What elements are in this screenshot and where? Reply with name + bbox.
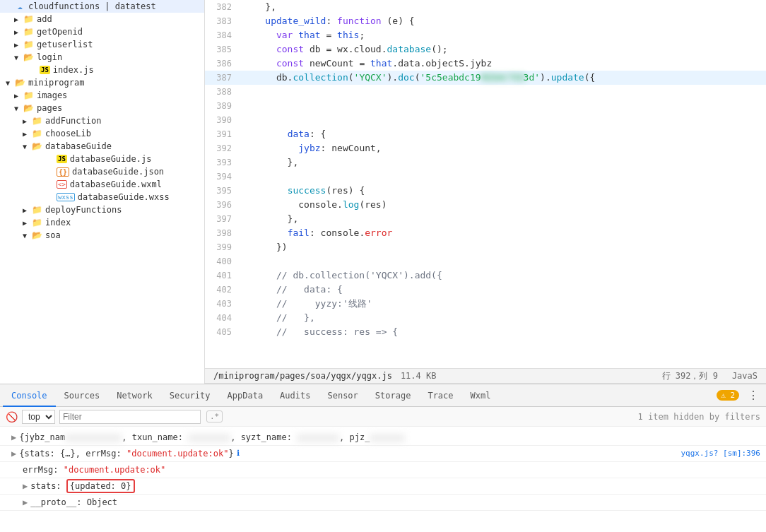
chevron-right-icon (14, 41, 23, 49)
code-line-400: 400 (205, 254, 766, 268)
code-line-404: 404 // }, (205, 311, 766, 325)
folder-icon: 📁 (31, 205, 42, 215)
tab-console[interactable]: Console (3, 384, 56, 407)
console-filter-input[interactable] (59, 410, 201, 424)
sidebar-item-index[interactable]: 📁 index (0, 216, 204, 229)
tab-network[interactable]: Network (108, 384, 161, 407)
folder-open-icon: 📂 (23, 103, 34, 113)
sidebar-label-getOpenid: getOpenid (37, 27, 83, 37)
chevron-right-icon (23, 130, 31, 138)
sidebar-label-databaseGuide: databaseGuide (45, 141, 112, 151)
code-line-391: 391 data: { (205, 127, 766, 141)
tab-trace[interactable]: Trace (419, 384, 461, 407)
sidebar-item-pages[interactable]: 📂 pages (0, 102, 204, 114)
chevron-right-icon (14, 28, 23, 36)
devtools-panel: Console Sources Network Security AppData… (0, 384, 766, 532)
js-file-icon: JS (57, 155, 67, 163)
chevron-right-icon (23, 206, 31, 214)
console-output[interactable]: ▶ {jybz_nam, txun_name: , syzt_name: , p… (0, 427, 766, 532)
console-text-2a: errMsg: "document.update:ok" (23, 463, 165, 476)
code-line-392: 392 jybz: newCount, (205, 141, 766, 155)
folder-open-icon: 📂 (31, 141, 42, 151)
sidebar-item-login[interactable]: 📂 login (0, 51, 204, 64)
info-icon[interactable]: ℹ (237, 447, 240, 460)
sidebar-label-login: login (37, 52, 62, 62)
expand-proto-icon[interactable]: ▶ (23, 496, 28, 509)
folder-icon: 📁 (31, 218, 42, 227)
code-view[interactable]: 382 }, 383 update_wild: function (e) { 3… (205, 0, 766, 368)
code-line-397: 397 }, (205, 212, 766, 226)
code-editor: 382 }, 383 update_wild: function (e) { 3… (205, 0, 766, 384)
sidebar-label-databaseGuide-js: databaseGuide.js (70, 154, 152, 164)
code-line-395: 395 success(res) { (205, 184, 766, 198)
code-line-405: 405 // success: res => { (205, 325, 766, 339)
sidebar-label-deployFunctions: deployFunctions (45, 205, 122, 215)
hidden-items-message: 1 item hidden by filters (638, 412, 760, 422)
clear-console-icon[interactable]: 🚫 (6, 411, 18, 422)
sidebar-item-databaseGuide-wxml[interactable]: <> databaseGuide.wxml (0, 178, 204, 191)
expand-arrow-icon[interactable]: ▶ (11, 447, 16, 460)
sidebar: ☁ cloudfunctions | datatest 📁 add 📁 getO… (0, 0, 205, 384)
code-line-390: 390 (205, 113, 766, 127)
tab-appdata[interactable]: AppData (219, 384, 272, 407)
code-line-396: 396 console.log(res) (205, 198, 766, 212)
console-text-2: {stats: {…}, errMsg: "document.update:ok… (19, 447, 233, 460)
console-log-line-1: ▶ {jybz_nam, txun_name: , syzt_name: , p… (0, 430, 766, 446)
context-selector[interactable]: top (22, 410, 55, 424)
expand-stats-icon[interactable]: ▶ (23, 480, 28, 492)
more-options-icon[interactable]: ⋮ (743, 389, 763, 402)
tab-storage[interactable]: Storage (367, 384, 420, 407)
tab-audits[interactable]: Audits (271, 384, 319, 407)
chevron-right-icon (23, 117, 31, 125)
js-file-icon: JS (40, 66, 50, 74)
tab-security[interactable]: Security (161, 384, 219, 407)
source-link-yqgx[interactable]: yqgx.js? [sm]:396 (680, 447, 760, 460)
language-indicator: JavaS (732, 371, 758, 381)
json-file-icon: {} (57, 167, 69, 177)
code-line-403: 403 // yyzy:'线路' (205, 297, 766, 311)
folder-icon: 📁 (31, 129, 42, 138)
sidebar-label-pages: pages (37, 103, 62, 113)
warning-badge: ⚠ 2 (717, 390, 739, 401)
chevron-down-icon (6, 79, 14, 87)
sidebar-item-add[interactable]: 📁 add (0, 13, 204, 25)
tab-sensor[interactable]: Sensor (319, 384, 366, 407)
folder-icon: 📁 (23, 90, 34, 100)
expand-arrow-icon[interactable]: ▶ (11, 431, 16, 444)
console-log-line-2a: errMsg: "document.update:ok" (0, 462, 766, 478)
tab-wxml[interactable]: Wxml (462, 384, 500, 407)
sidebar-label-getuserlist: getuserlist (37, 40, 93, 49)
folder-open-icon: 📂 (31, 230, 42, 240)
code-line-398: 398 fail: console.error (205, 226, 766, 240)
status-bar: /miniprogram/pages/soa/yqgx/yqgx.js 11.4… (205, 368, 766, 384)
code-line-394: 394 (205, 170, 766, 184)
sidebar-item-getOpenid[interactable]: 📁 getOpenid (0, 25, 204, 38)
code-line-401: 401 // db.collection('YQCX').add({ (205, 268, 766, 283)
sidebar-label-miniprogram: miniprogram (28, 78, 84, 88)
code-line-387: 387 db.collection('YQCX').doc('5c5eabdc1… (205, 71, 766, 85)
sidebar-item-miniprogram[interactable]: 📂 miniprogram (0, 76, 204, 89)
chevron-down-icon (23, 143, 31, 150)
sidebar-item-databaseGuide-json[interactable]: {} databaseGuide.json (0, 165, 204, 178)
sidebar-item-chooseLib[interactable]: 📁 chooseLib (0, 127, 204, 140)
code-line-383: 383 update_wild: function (e) { (205, 14, 766, 28)
sidebar-label-databaseGuide-json: databaseGuide.json (72, 167, 164, 177)
wxss-file-icon: wxss (57, 193, 75, 201)
sidebar-item-databaseGuide-js[interactable]: JS databaseGuide.js (0, 153, 204, 165)
sidebar-item-databaseGuide[interactable]: 📂 databaseGuide (0, 140, 204, 153)
tab-sources[interactable]: Sources (56, 384, 109, 407)
code-line-393: 393 }, (205, 155, 766, 170)
sidebar-item-soa[interactable]: 📂 soa (0, 229, 204, 242)
sidebar-item-deployFunctions[interactable]: 📁 deployFunctions (0, 203, 204, 216)
regex-toggle[interactable]: .* (206, 410, 223, 422)
console-text-2b: stats: {updated: 0} (30, 480, 134, 492)
sidebar-item-addFunction[interactable]: 📁 addFunction (0, 114, 204, 127)
sidebar-item-images[interactable]: 📁 images (0, 89, 204, 102)
sidebar-item-getuserlist[interactable]: 📁 getuserlist (0, 38, 204, 51)
sidebar-label-addFunction: addFunction (45, 116, 101, 126)
console-log-line-2: ▶ {stats: {…}, errMsg: "document.update:… (0, 446, 766, 462)
sidebar-item-cloudfunctions[interactable]: ☁ cloudfunctions | datatest (0, 0, 204, 13)
sidebar-item-databaseGuide-wxss[interactable]: wxss databaseGuide.wxss (0, 191, 204, 203)
code-line-402: 402 // data: { (205, 283, 766, 297)
sidebar-item-index-js[interactable]: JS index.js (0, 64, 204, 76)
